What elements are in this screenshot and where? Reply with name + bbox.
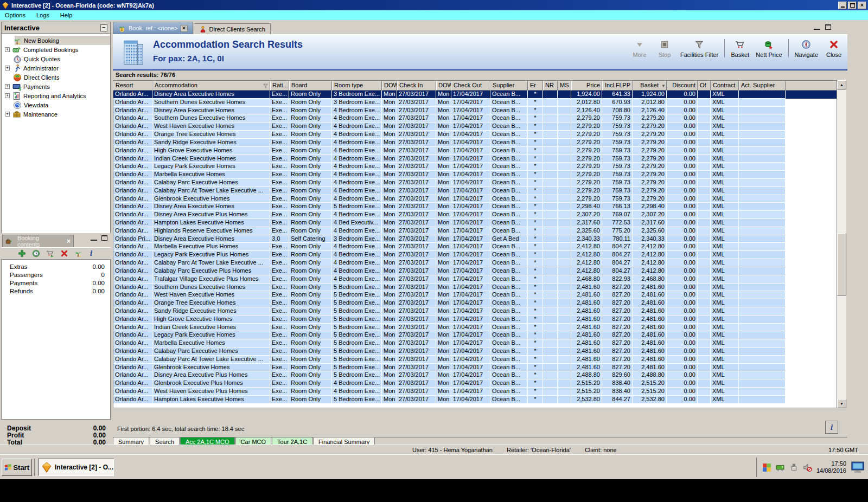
expand-plus-icon[interactable]: + [5,84,10,89]
mdi-minimize-icon[interactable] [814,24,820,30]
close-tab-icon[interactable]: × [67,237,71,245]
sidebar-item-direct-clients[interactable]: Direct Clients [2,73,110,82]
table-row[interactable]: Orlando Ar...West Haven Executive HomesE… [113,291,837,299]
close-button[interactable]: Close [825,38,843,58]
facilities-filter-button[interactable]: Facilities Filter [680,38,718,58]
table-row[interactable]: Orlando Ar...Indian Creek Executive Home… [113,155,837,163]
table-row[interactable]: Orlando Ar...Marbella Executive Plus Hom… [113,243,837,251]
table-row[interactable]: Orlando Ar...Legacy Park Executive Homes… [113,163,837,171]
tab-book-ref-none[interactable]: Book. ref.: <none>✕ [113,22,193,34]
table-row[interactable]: Orlando Ar...Disney Area Executive Homes… [113,91,837,99]
column-header-check-out[interactable]: Check Out [451,81,490,91]
scroll-up-icon[interactable]: ▲ [837,80,846,89]
table-row[interactable]: Orlando Ar...High Grove Executive HomesE… [113,147,837,155]
menu-options[interactable]: Options [5,12,25,18]
sidebar-item-viewdata[interactable]: Viewdata [2,100,110,110]
collapse-panel-button[interactable]: − [100,24,107,31]
move-to-basket-icon[interactable] [46,249,54,258]
table-row[interactable]: Orlando Ar...Hampton Lakes Executive Hom… [113,396,837,404]
display-settings-icon[interactable] [851,461,865,473]
sidebar-item-quick-quotes[interactable]: Quick Quotes [2,54,110,63]
quote-clock-icon[interactable] [32,249,40,258]
muted-speaker-icon[interactable] [803,463,812,472]
column-header-act-supplier[interactable]: Act. Supplier [739,81,786,91]
nett-price-button[interactable]: Nett Price [756,38,782,58]
menu-logs[interactable]: Logs [36,12,49,18]
column-header-check-in[interactable]: Check In [397,81,436,91]
column-header-board[interactable]: Board [289,81,332,91]
table-row[interactable]: Orlando Ar...Indian Creek Executive Home… [113,324,837,332]
sidebar-item-reporting-and-analytics[interactable]: +Reporting and Analytics [2,91,110,100]
menu-help[interactable]: Help [60,12,73,18]
table-row[interactable]: Orlando Ar...Southern Dunes Executive Ho… [113,114,837,123]
table-row[interactable]: Orlando Ar...Disney Area Executive Plus … [113,371,837,379]
table-row[interactable]: Orlando Ar...Southern Dunes Executive Ho… [113,284,837,292]
usb-device-tray-icon[interactable] [789,463,799,472]
navigate-button[interactable]: Navigate [795,38,818,58]
table-row[interactable]: Orlando Ar...Hampton Lakes Executive Hom… [113,219,837,227]
expand-plus-icon[interactable]: + [5,47,10,52]
table-row[interactable]: Orlando Ar...Trafalgar Village Executive… [113,275,837,284]
maximize-panel-icon[interactable] [101,235,107,241]
table-row[interactable]: Orlando Ar...Legacy Park Executive Plus … [113,251,837,259]
expand-plus-icon[interactable]: + [5,93,10,98]
sidebar-item-new-booking[interactable]: New Booking [2,36,110,45]
table-row[interactable]: Orlando Ar...Legacy Park Executive Homes… [113,331,837,339]
sidebar-item-maintenance[interactable]: +Maintenance [2,110,110,119]
info-button[interactable]: i [825,421,838,434]
table-row[interactable]: Orlando Ar...Sandy Ridge Executive Homes… [113,307,837,316]
table-row[interactable]: Orlando Ar...Glenbrook Executive HomesEx… [113,364,837,372]
column-header-nr[interactable]: NR [543,81,558,91]
table-row[interactable]: Orlando Ar...Glenbrook Executive Plus Ho… [113,379,837,388]
table-row[interactable]: Orlando Ar...West Haven Executive Plus H… [113,388,837,396]
table-row[interactable]: Orlando Ar...Orange Tree Executive Homes… [113,131,837,139]
column-header-of[interactable]: Of [698,81,711,91]
expand-plus-icon[interactable]: + [5,112,10,117]
network-tray-icon[interactable] [776,463,785,472]
table-row[interactable]: Orlando Ar...Calabay Parc At Tower Lake … [113,187,837,195]
table-row[interactable]: Orlando Ar...Calabay Parc At Tower Lake … [113,259,837,267]
column-header-dow[interactable]: DOW [382,81,397,91]
close-tab-icon[interactable]: ✕ [181,25,188,32]
antivirus-tray-icon[interactable] [762,463,771,472]
table-row[interactable]: Orlando Ar...Orange Tree Executive Homes… [113,299,837,307]
sidebar-item-payments[interactable]: +$Payments [2,82,110,91]
column-header-accommodation[interactable]: Accommodation [152,81,270,91]
table-row[interactable]: Orlando Pri...Disney Area Executive Home… [113,235,837,243]
column-header-discount[interactable]: Discount [667,81,698,91]
tab-direct-clients-search[interactable]: Direct Clients Search [194,23,271,34]
filter-funnel-icon[interactable] [263,83,269,89]
column-header-ms[interactable]: MS [558,81,571,91]
holiday-palm-icon[interactable] [74,249,82,258]
column-header-dow[interactable]: DOW [436,81,451,91]
close-button[interactable]: × [858,2,866,9]
minimize-button[interactable] [838,2,847,9]
add-icon[interactable] [18,249,26,258]
table-row[interactable]: Orlando Ar...West Haven Executive HomesE… [113,123,837,131]
column-header-room-type[interactable]: Room type [332,81,382,91]
column-header-supplier[interactable]: Supplier [490,81,528,91]
column-header-er[interactable]: Er [528,81,543,91]
table-row[interactable]: Orlando Ar...Glenbrook Executive HomesEx… [113,195,837,203]
maximize-button[interactable] [848,2,857,9]
column-header-price[interactable]: Price [571,81,602,91]
table-row[interactable]: Orlando Ar...Calabay Parc Executive Home… [113,179,837,187]
table-row[interactable]: Orlando Ar...High Grove Executive HomesE… [113,316,837,324]
table-row[interactable]: Orlando Ar...Calabay Parc At Tower Lake … [113,356,837,364]
table-row[interactable]: Orlando Ar...Disney Area Executive Homes… [113,203,837,211]
expand-plus-icon[interactable]: + [5,66,10,70]
table-row[interactable]: Orlando Ar...Sandy Ridge Executive Homes… [113,139,837,147]
basket-button[interactable]: Basket [731,38,749,58]
table-row[interactable]: Orlando Ar...Southern Dunes Executive Ho… [113,99,837,107]
minimize-panel-icon[interactable] [91,235,97,241]
column-header-contract[interactable]: Contract [711,81,739,91]
table-row[interactable]: Orlando Ar...Disney Area Executive Homes… [113,107,837,115]
table-row[interactable]: Orlando Ar...Marbella Executive HomesExe… [113,339,837,347]
booking-contents-tab[interactable]: Booking contents × [2,235,74,247]
scroll-down-icon[interactable]: ▼ [837,399,846,408]
sidebar-item-administrator[interactable]: +Administrator [2,63,110,73]
table-row[interactable]: Orlando Ar...Disney Area Executive Plus … [113,211,837,219]
table-row[interactable]: Orlando Ar...Calabay Parc Executive Home… [113,347,837,356]
table-row[interactable]: Orlando Ar...Highlands Reserve Executive… [113,227,837,235]
vertical-scrollbar[interactable]: ▲ ▼ [837,80,846,408]
